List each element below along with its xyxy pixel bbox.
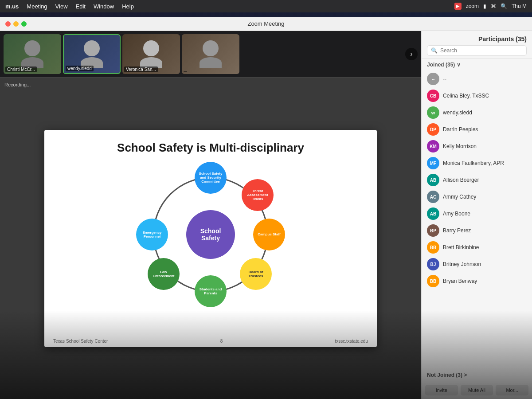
participant-row-6[interactable]: AB Allison Boerger xyxy=(423,172,530,188)
node-law: LawEnforcement xyxy=(148,258,180,290)
node-committee: School Safetyand SecurityCommittee xyxy=(195,162,227,194)
center-label: SchoolSafety xyxy=(200,227,221,242)
menu-item-view[interactable]: View xyxy=(55,3,68,10)
panel-title: Participants (35) xyxy=(427,35,527,43)
participant-row-5[interactable]: MF Monica Faulkenbery, APR xyxy=(423,155,530,172)
participant-thumb-3[interactable]: Veronica San... xyxy=(122,34,180,74)
menu-item-window[interactable]: Window xyxy=(94,3,114,10)
node-threat: ThreatAssessmentTeams xyxy=(242,179,274,211)
participant-name-3: Veronica San... xyxy=(124,66,158,72)
minimize-button[interactable] xyxy=(13,21,19,27)
search-box[interactable]: 🔍 xyxy=(427,45,527,56)
time-display: Thu M xyxy=(512,3,527,9)
participant-thumb-2[interactable]: wendy.sledd xyxy=(63,34,121,74)
node-board: Board ofTrustees xyxy=(240,258,272,290)
joined-section-header[interactable]: Joined (35) ∨ xyxy=(422,59,532,70)
panel-header: Participants (35) 🔍 xyxy=(422,31,532,59)
diagram: SchoolSafety School Safetyand SecurityCo… xyxy=(135,159,286,310)
pname-4: Kelly Morrison xyxy=(443,143,527,149)
menu-item-edit[interactable]: Edit xyxy=(76,3,86,10)
avatar-11: BJ xyxy=(427,258,439,270)
slide-title: School Safety is Multi-disciplinary xyxy=(117,141,304,155)
avatar-9: BP xyxy=(427,224,439,237)
zoom-titlebar: Zoom Meeting xyxy=(0,17,532,31)
slide-footer: Texas School Safety Center 8 txssc.txsta… xyxy=(53,339,368,344)
participant-row-2[interactable]: w wendy.sledd xyxy=(423,104,530,121)
avatar-12: BB xyxy=(427,275,439,287)
center-circle: SchoolSafety xyxy=(186,210,235,259)
avatar-separator: -- xyxy=(427,73,439,85)
mac-menubar: m.us Meeting View Edit Window Help ▶ zoo… xyxy=(0,0,532,12)
avatar-4: KM xyxy=(427,140,439,153)
slide-container: School Safety is Multi-disciplinary Scho… xyxy=(44,130,377,347)
footer-left: Texas School Safety Center xyxy=(53,339,108,344)
footer-right: txssc.txstate.edu xyxy=(335,339,368,344)
participant-row-3[interactable]: DP Darrin Peeples xyxy=(423,121,530,138)
participant-row-1[interactable]: CB Celina Bley, TxSSC xyxy=(423,87,530,104)
zoom-window: Zoom Meeting Christi McCr xyxy=(0,17,532,399)
participant-name-2: wendy.sledd xyxy=(66,66,94,71)
joined-label: Joined (35) xyxy=(427,62,455,68)
battery-icon: ▮ xyxy=(483,3,486,9)
avatar-1: CB xyxy=(427,90,439,102)
panel-footer: Invite Mute All Mor... xyxy=(422,381,532,399)
pname-12: Bryan Benway xyxy=(443,278,527,284)
desktop: Zoom Meeting Christi McCr xyxy=(0,12,532,399)
pname-1: Celina Bley, TxSSC xyxy=(443,93,527,99)
zoom-content: Christi McCr... wendy.sledd xyxy=(0,31,532,399)
menubar-right: ▶ zoom ▮ ⌘ 🔍 Thu M xyxy=(454,3,527,10)
participant-row-separator: -- -- xyxy=(423,70,530,87)
pname-9: Barry Perez xyxy=(443,227,527,234)
participant-row-4[interactable]: KM Kelly Morrison xyxy=(423,138,530,155)
participants-panel: Participants (35) 🔍 Joined (35) ∨ -- -- xyxy=(421,31,532,399)
participant-row-10[interactable]: BB Brett Birkinbine xyxy=(423,239,530,256)
pname-7: Ammy Cathey xyxy=(443,194,527,200)
mute-all-button[interactable]: Mute All xyxy=(461,385,493,395)
search-icon: 🔍 xyxy=(431,47,438,54)
zoom-main: Christi McCr... wendy.sledd xyxy=(0,31,421,399)
participant-row-12[interactable]: BB Bryan Benway xyxy=(423,273,530,289)
video-bg-4 xyxy=(182,34,239,74)
search-input[interactable] xyxy=(440,47,523,54)
traffic-lights xyxy=(5,21,27,27)
participants-strip: Christi McCr... wendy.sledd xyxy=(0,31,421,78)
maximize-button[interactable] xyxy=(21,21,27,27)
avatar-8: AB xyxy=(427,207,439,220)
pname-3: Darrin Peeples xyxy=(443,126,527,133)
pname-2: wendy.sledd xyxy=(443,110,527,116)
avatar-2: w xyxy=(427,106,439,119)
participant-name-1: Christi McCr... xyxy=(5,66,37,72)
pname-5: Monica Faulkenbery, APR xyxy=(443,160,527,166)
menu-item-meeting[interactable]: Meeting xyxy=(27,3,47,10)
avatar-7: AC xyxy=(427,191,439,203)
participant-row-9[interactable]: BP Barry Perez xyxy=(423,222,530,239)
participant-thumb-1[interactable]: Christi McCr... xyxy=(4,34,61,74)
more-button[interactable]: Mor... xyxy=(496,385,528,395)
participant-thumb-4[interactable] xyxy=(182,34,239,74)
pname-11: Britney Johnson xyxy=(443,261,527,267)
menu-item-app[interactable]: m.us xyxy=(5,3,19,10)
avatar-6: AB xyxy=(427,174,439,186)
avatar-3: DP xyxy=(427,123,439,136)
invite-button[interactable]: Invite xyxy=(425,385,458,395)
zoom-label: zoom xyxy=(466,3,479,9)
slide-area: Recording... School Safety is Multi-disc… xyxy=(0,78,421,399)
close-button[interactable] xyxy=(5,21,11,27)
node-emergency: EmergencyPersonnel xyxy=(136,219,168,250)
zoom-menubar-icon: ▶ xyxy=(454,3,462,10)
footer-page: 8 xyxy=(220,339,223,344)
participant-row-8[interactable]: AB Amy Boone xyxy=(423,205,530,222)
participant-row-7[interactable]: AC Ammy Cathey xyxy=(423,188,530,205)
pname-8: Amy Boone xyxy=(443,211,527,217)
menu-item-help[interactable]: Help xyxy=(122,3,134,10)
wifi-icon: ⌘ xyxy=(491,3,496,9)
search-menubar-icon[interactable]: 🔍 xyxy=(501,3,507,9)
node-campus-staff: Campus Staff xyxy=(253,219,285,250)
avatar-5: MF xyxy=(427,157,439,169)
pname-6: Allison Boerger xyxy=(443,177,527,183)
node-students: Students andParents xyxy=(195,275,227,307)
avatar-10: BB xyxy=(427,241,439,254)
not-joined-section[interactable]: Not Joined (3) > xyxy=(422,369,532,381)
participant-row-11[interactable]: BJ Britney Johnson xyxy=(423,256,530,273)
strip-nav-arrow[interactable]: › xyxy=(405,48,418,60)
